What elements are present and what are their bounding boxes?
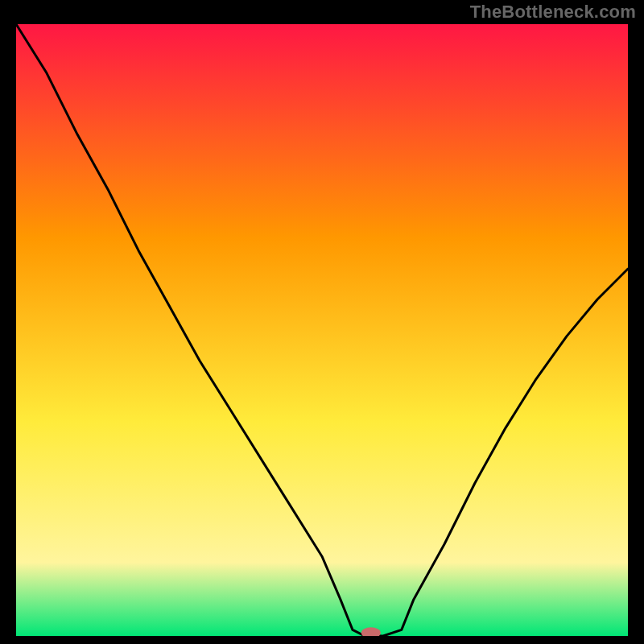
gradient-background [16,24,628,636]
chart-frame: TheBottleneck.com [0,0,644,644]
chart-svg [16,24,628,636]
plot-area [16,24,628,636]
watermark-text: TheBottleneck.com [470,2,636,23]
